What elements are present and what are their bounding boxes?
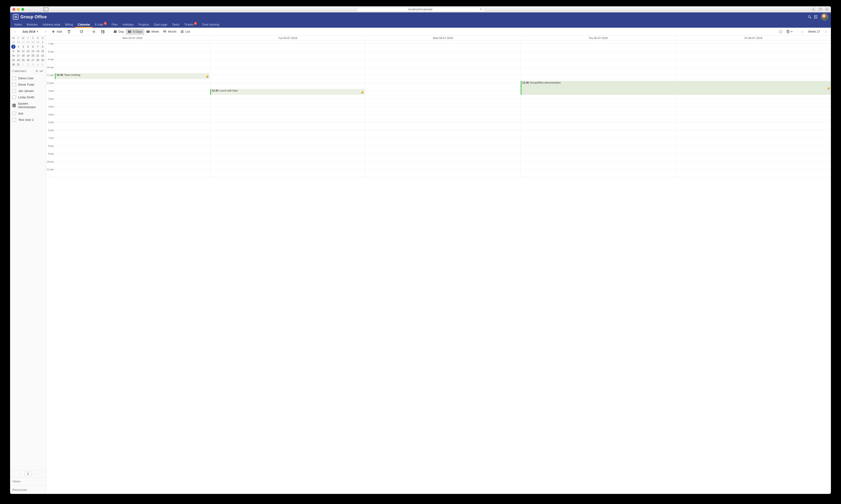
grid-cell[interactable] <box>55 44 210 51</box>
mini-cal-day[interactable]: 1 <box>21 62 25 67</box>
calendar-item[interactable]: System Administrator <box>10 101 46 110</box>
mini-cal-day[interactable]: 23 <box>11 58 16 62</box>
grid-cell[interactable] <box>210 130 365 138</box>
mini-cal-day[interactable]: 26 <box>16 40 21 44</box>
grid-cell[interactable] <box>55 99 210 107</box>
checkbox[interactable] <box>13 76 16 80</box>
grid-cell[interactable] <box>676 122 831 130</box>
grid-cell[interactable] <box>676 154 831 161</box>
grid-cell[interactable] <box>676 107 831 114</box>
calendar-item[interactable]: Elmer Fudd <box>10 82 46 88</box>
grid-cell[interactable] <box>55 52 210 59</box>
mini-cal-day[interactable]: 29 <box>40 58 45 62</box>
grid-cell[interactable] <box>210 44 365 51</box>
checkbox[interactable] <box>13 83 16 86</box>
grid-cell[interactable] <box>365 169 520 177</box>
show-sidebar-button[interactable] <box>43 7 49 12</box>
refresh-button[interactable] <box>78 29 85 35</box>
grid-cell[interactable] <box>365 154 520 161</box>
grid-cell[interactable] <box>365 59 520 67</box>
grid-cell[interactable] <box>676 146 831 154</box>
share-button[interactable] <box>811 7 816 12</box>
grid-cell[interactable] <box>210 83 365 91</box>
grid-cell[interactable] <box>365 91 520 98</box>
checkbox[interactable] <box>13 89 16 93</box>
grid-cell[interactable] <box>520 75 676 83</box>
grid-cell[interactable] <box>365 44 520 51</box>
grid-cell[interactable] <box>520 138 676 146</box>
mini-cal-day[interactable]: 4 <box>35 62 40 67</box>
grid-cell[interactable] <box>676 99 831 107</box>
view-month-button[interactable]: Month <box>161 29 178 35</box>
grid-cell[interactable] <box>676 130 831 138</box>
pager-input[interactable] <box>24 472 32 476</box>
tab-files[interactable]: Files <box>109 21 120 28</box>
grid-cell[interactable] <box>365 107 520 114</box>
mini-cal-day[interactable]: 28 <box>25 40 31 44</box>
mini-cal-day[interactable]: 9 <box>11 49 16 53</box>
check-all-icon[interactable] <box>39 70 43 72</box>
grid-cell[interactable] <box>210 114 365 122</box>
mini-cal-day[interactable]: 11 <box>21 49 25 53</box>
grid-cell[interactable] <box>365 146 520 154</box>
grid-cell[interactable] <box>210 138 365 146</box>
grid-cell[interactable] <box>676 91 831 98</box>
minimize-window-icon[interactable] <box>17 8 20 11</box>
calendar-item[interactable]: Jan Jansen <box>10 88 46 94</box>
grid-cell[interactable] <box>365 83 520 91</box>
month-label[interactable]: July 2018▼ <box>22 30 38 33</box>
mini-cal-day[interactable]: 14 <box>35 49 40 53</box>
forward-button[interactable]: › <box>35 7 40 12</box>
gear-icon[interactable] <box>34 69 39 73</box>
mini-cal-day[interactable]: 6 <box>31 44 35 49</box>
mini-cal-day[interactable]: 28 <box>35 58 40 62</box>
grid-cell[interactable] <box>210 169 365 177</box>
mini-cal-day[interactable]: 5 <box>40 62 45 67</box>
grid-cell[interactable] <box>676 114 831 122</box>
calendar-item[interactable]: Demo User <box>10 75 46 82</box>
mini-cal-day[interactable]: 21 <box>35 53 40 58</box>
grid-cell[interactable] <box>520 59 676 67</box>
grid-cell[interactable] <box>676 83 831 91</box>
mini-cal-day[interactable]: 26 <box>25 58 31 62</box>
prev-period-button[interactable]: ‹ <box>800 30 805 34</box>
grid-cell[interactable] <box>676 59 831 67</box>
mini-cal-day[interactable]: 30 <box>11 62 16 67</box>
grid-cell[interactable] <box>210 146 365 154</box>
mini-cal-day[interactable]: 10 <box>16 49 21 53</box>
grid-cell[interactable] <box>365 138 520 146</box>
tab-notes[interactable]: Notes <box>12 21 24 28</box>
mini-cal-day[interactable]: 18 <box>21 53 25 58</box>
grid-cell[interactable] <box>520 52 676 59</box>
mini-cal-day[interactable]: 31 <box>16 62 21 67</box>
mini-cal-day[interactable]: 27 <box>21 40 25 44</box>
grid-cell[interactable] <box>55 169 210 177</box>
grid-cell[interactable] <box>520 130 676 138</box>
print-button[interactable]: ▼ <box>784 29 795 35</box>
mini-cal-day[interactable]: 15 <box>40 49 45 53</box>
grid-cell[interactable] <box>676 67 831 75</box>
tab-e-mail[interactable]: E-mail6 <box>92 21 109 28</box>
resources-section[interactable]: Resources <box>10 485 46 494</box>
pager-next[interactable]: › <box>34 472 38 475</box>
grid-cell[interactable] <box>365 52 520 59</box>
mini-cal-day[interactable]: 24 <box>16 58 21 62</box>
checkbox[interactable] <box>13 112 16 115</box>
checkbox[interactable] <box>13 118 16 122</box>
mini-cal-day[interactable]: 2 <box>25 62 31 67</box>
grid-cell[interactable] <box>210 122 365 130</box>
checkbox[interactable] <box>13 95 16 99</box>
grid-cell[interactable] <box>520 44 676 51</box>
close-window-icon[interactable] <box>13 8 15 11</box>
grid-cell[interactable] <box>55 130 210 138</box>
checkbox[interactable] <box>13 104 16 107</box>
grid-cell[interactable] <box>210 59 365 67</box>
grid-cell[interactable] <box>520 91 676 98</box>
mini-cal-day[interactable]: 17 <box>16 53 21 58</box>
calendar-item[interactable]: Test User 2 <box>10 116 46 123</box>
grid-cell[interactable] <box>676 75 831 83</box>
grid-cell[interactable] <box>210 52 365 59</box>
grid-scroll[interactable]: 10:45Team meeting🔔12:45Lunch with Kate🔔1… <box>46 40 831 494</box>
next-month-button[interactable]: › <box>43 29 48 34</box>
mini-cal-day[interactable]: 25 <box>11 40 16 44</box>
